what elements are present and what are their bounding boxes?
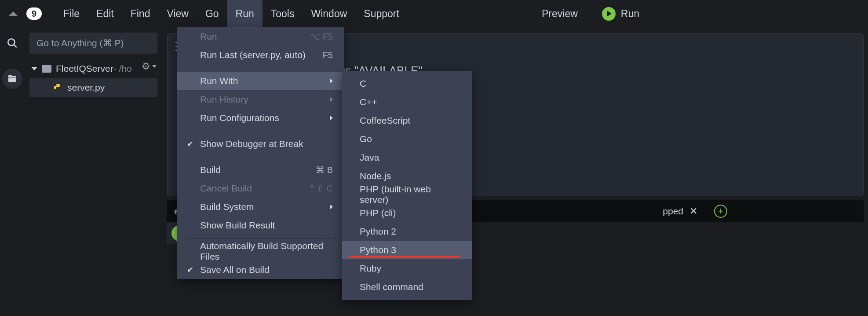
menu-item-build-system[interactable]: Build System <box>177 198 344 216</box>
keyboard-shortcut: ⌥ F5 <box>310 31 333 42</box>
menu-edit[interactable]: Edit <box>88 0 122 27</box>
runner-php-built-in-web-server-[interactable]: PHP (built-in web server) <box>342 185 472 204</box>
keyboard-shortcut: ⌘ B <box>316 165 333 175</box>
runner-label: Node.js <box>360 171 391 181</box>
chevron-down-icon <box>31 67 37 70</box>
menu-window[interactable]: Window <box>303 0 355 27</box>
runner-label: Python 2 <box>360 226 396 237</box>
left-rail <box>0 27 24 316</box>
chevron-right-icon <box>330 204 333 209</box>
menu-item-run: Run⌥ F5 <box>177 27 344 46</box>
menu-support[interactable]: Support <box>355 0 408 27</box>
svg-line-1 <box>14 44 17 48</box>
check-icon: ✔ <box>187 265 193 275</box>
search-icon[interactable] <box>4 35 20 51</box>
menu-item-run-configurations[interactable]: Run Configurations <box>177 109 344 127</box>
menu-item-label: Run Last (server.py, auto) <box>200 50 306 60</box>
menu-item-cancel-build: Cancel Build^ ⇧ C <box>177 179 344 198</box>
menu-item-show-debugger-at-break[interactable]: ✔Show Debugger at Break <box>177 135 344 153</box>
cloud9-logo[interactable] <box>26 7 42 20</box>
project-root[interactable]: FleetIQServer - /ho ⚙ <box>29 61 157 77</box>
preview-button[interactable]: Preview <box>542 8 578 20</box>
menu-item-label: Show Debugger at Break <box>200 139 303 149</box>
file-name: server.py <box>67 82 105 93</box>
menu-item-label: Save All on Build <box>200 265 270 275</box>
goto-anything-input[interactable]: Go to Anything (⌘ P) <box>29 33 157 54</box>
runner-ruby[interactable]: Ruby <box>342 259 472 278</box>
play-icon <box>602 7 616 21</box>
runner-shell-command[interactable]: Shell command <box>342 278 472 296</box>
chevron-right-icon <box>330 97 333 102</box>
runner-label: Java <box>360 152 379 163</box>
tree-settings-button[interactable]: ⚙ <box>142 61 157 72</box>
run-with-submenu: CC++CoffeeScriptGoJavaNode.jsPHP (built-… <box>342 71 472 300</box>
chevron-right-icon <box>330 78 333 84</box>
run-button[interactable]: Run <box>602 7 639 21</box>
menu-separator <box>186 238 336 239</box>
runner-go[interactable]: Go <box>342 130 472 148</box>
runner-label: C <box>360 78 366 89</box>
close-icon[interactable]: ✕ <box>689 206 697 217</box>
runner-label: Python 3 <box>360 245 396 255</box>
file-tree-sidebar: Go to Anything (⌘ P) FleetIQServer - /ho… <box>24 27 163 316</box>
check-icon: ✔ <box>187 139 193 149</box>
menu-item-show-build-result[interactable]: Show Build Result <box>177 216 344 235</box>
file-tree-item[interactable]: server.py <box>29 78 157 97</box>
menu-item-label: Run Configurations <box>200 113 279 123</box>
console-tab[interactable]: pped ✕ <box>654 201 706 221</box>
runner-node-js[interactable]: Node.js <box>342 167 472 185</box>
runner-label: C++ <box>360 97 377 107</box>
menu-separator <box>186 157 336 157</box>
menu-item-run-with[interactable]: Run With <box>177 72 344 90</box>
menu-item-label: Cancel Build <box>200 183 252 194</box>
tab-label: pped <box>663 206 683 217</box>
menu-item-label: Automatically Build Supported Files <box>200 241 333 262</box>
runner-label: PHP (built-in web server) <box>360 184 454 205</box>
runner-label: PHP (cli) <box>360 208 396 218</box>
add-tab-button[interactable]: + <box>714 205 727 218</box>
menu-tools[interactable]: Tools <box>263 0 303 27</box>
menu-separator <box>186 131 336 131</box>
project-path: - /ho <box>113 63 132 74</box>
menu-find[interactable]: Find <box>122 0 159 27</box>
menu-item-run-history: Run History <box>177 90 344 109</box>
menu-item-label: Run History <box>200 94 248 105</box>
runner-python-2[interactable]: Python 2 <box>342 222 472 241</box>
run-button-label: Run <box>621 8 639 20</box>
menu-file[interactable]: File <box>55 0 88 27</box>
menu-item-label: Show Build Result <box>200 220 275 231</box>
menu-item-label: Run With <box>200 76 238 86</box>
python-file-icon <box>53 83 62 92</box>
menu-go[interactable]: Go <box>197 0 227 27</box>
runner-java[interactable]: Java <box>342 148 472 167</box>
run-menu-dropdown: Run⌥ F5Run Last (server.py, auto)F5Run W… <box>177 27 344 279</box>
menu-item-automatically-build-supported-files[interactable]: Automatically Build Supported Files <box>177 242 344 261</box>
file-tree-icon[interactable] <box>2 69 22 89</box>
runner-c-[interactable]: C++ <box>342 93 472 111</box>
top-menubar: FileEditFindViewGoRunToolsWindowSupport … <box>0 0 868 27</box>
menu-item-run-last-server-py-auto-[interactable]: Run Last (server.py, auto)F5 <box>177 46 344 64</box>
gear-icon: ⚙ <box>142 61 150 72</box>
runner-label: Go <box>360 134 372 144</box>
menu-item-build[interactable]: Build⌘ B <box>177 161 344 179</box>
menu-item-label: Build <box>200 165 221 175</box>
runner-php-cli-[interactable]: PHP (cli) <box>342 204 472 222</box>
chevron-down-icon <box>152 65 157 68</box>
menu-view[interactable]: View <box>158 0 197 27</box>
runner-coffeescript[interactable]: CoffeeScript <box>342 111 472 130</box>
menu-separator <box>186 68 336 68</box>
runner-label: Shell command <box>360 282 423 292</box>
menu-item-save-all-on-build[interactable]: ✔Save All on Build <box>177 261 344 279</box>
highlight-underline <box>349 256 460 257</box>
chevron-right-icon <box>330 115 333 121</box>
collapse-panel-icon[interactable] <box>9 11 18 16</box>
menu-run[interactable]: Run <box>227 0 263 27</box>
runner-c[interactable]: C <box>342 74 472 93</box>
runner-label: CoffeeScript <box>360 115 410 126</box>
keyboard-shortcut: ^ ⇧ C <box>310 183 333 194</box>
menu-item-label: Run <box>200 31 217 42</box>
folder-icon <box>42 65 51 73</box>
keyboard-shortcut: F5 <box>323 50 333 60</box>
menu-item-label: Build System <box>200 202 254 212</box>
runner-python-3[interactable]: Python 3 <box>342 241 472 259</box>
